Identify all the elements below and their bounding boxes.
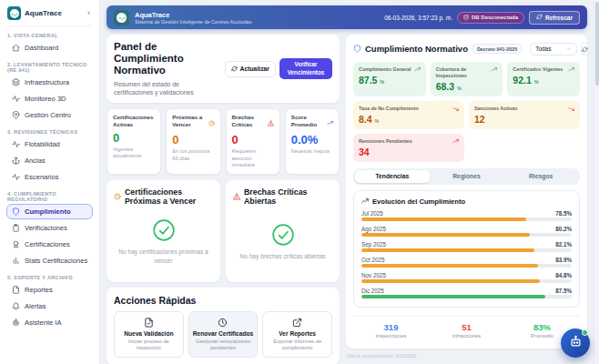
sidebar: AquaTrace ‹ 1. VISTA GENERALDashboard2. …	[0, 0, 100, 364]
chart-bar-track	[361, 217, 572, 221]
renew-certificates-button[interactable]: Renovar Certificados Gestionar renovacio…	[188, 311, 259, 359]
chart-bar-fill	[361, 295, 545, 298]
nav-section-label: 3. REVISIONES TÉCNICAS	[7, 129, 92, 135]
chart-value-label: 84.8%	[555, 272, 572, 278]
panel-header-card: Panel de Cumplimiento Normativo Resumen …	[107, 35, 340, 103]
chart-bar-fill	[361, 248, 534, 252]
metric-tasa-no-cumplimiento: Tasa de No Cumplimiento 8.4 %	[353, 101, 464, 129]
warning-metrics-row: Tasa de No Cumplimiento 8.4 % Sanciones …	[353, 101, 580, 129]
tab-riesgos[interactable]: Riesgos	[503, 170, 578, 183]
empty-states-row: Certificaciones Próximas a Vencer No hay…	[107, 180, 340, 282]
sidebar-item-alertas[interactable]: Alertas	[6, 298, 93, 314]
chart-value-label: 87.5%	[555, 288, 572, 294]
stat-value: 0.0%	[291, 133, 333, 147]
refresh-button[interactable]: Refrescar	[529, 11, 580, 25]
sidebar-item-label: Escenarios	[25, 173, 59, 181]
chart-bar-fill	[361, 279, 540, 283]
trending-up-icon	[452, 138, 459, 145]
bad-metrics-row: Revisiones Pendientes 34	[353, 134, 580, 162]
sidebar-collapse-button[interactable]: ‹	[86, 9, 92, 17]
compliance-evolution-chart: Evolución del Cumplimiento Jul 202578.5%…	[353, 190, 580, 308]
sidebar-item-infraestructura[interactable]: Infraestructura	[6, 75, 93, 90]
sidebar-item-monitoreo-3d[interactable]: Monitoreo 3D	[6, 91, 93, 106]
sidebar-item-dashboard[interactable]: Dashboard	[6, 40, 93, 56]
chart-category-label: Oct 2025	[361, 257, 385, 263]
last-update-label: Última actualización: 6/3/2026	[346, 353, 587, 359]
robot-icon	[569, 335, 583, 352]
view-reports-button[interactable]: Ver Reportes Exportar informes de cumpli…	[262, 311, 332, 359]
sidebar-item-label: Flotabilidad	[25, 140, 60, 148]
sidebar-item-certificaciones[interactable]: Certificaciones	[6, 237, 93, 252]
summary-row: 319 Inspecciones 51 Infracciones 83% Pro…	[353, 322, 580, 341]
bot-icon	[12, 318, 20, 327]
sidebar-item-stats-certificaciones[interactable]: Stats Certificaciones	[6, 253, 93, 268]
chart-row: Nov 202584.8%	[361, 272, 572, 284]
alert-triangle-icon	[233, 187, 240, 204]
content-area: Panel de Cumplimiento Normativo Resumen …	[107, 35, 587, 359]
external-link-icon	[267, 318, 328, 328]
compliance-panel: Cumplimiento Normativo Decreto 941-2025 …	[346, 35, 587, 349]
shield-icon	[353, 45, 361, 53]
check-circle-icon	[152, 218, 176, 242]
summary-infracciones: 51 Infracciones	[429, 322, 504, 339]
sidebar-item-verificaciones[interactable]: Verificaciones	[6, 220, 93, 236]
sidebar-item-label: Monitoreo 3D	[25, 95, 66, 103]
trending-up-icon	[568, 66, 574, 73]
online-status-dot	[582, 329, 588, 336]
trending-up-icon	[414, 66, 421, 73]
app-subtitle: Sistema de Gestión Inteligente de Centro…	[135, 19, 251, 25]
sidebar-brand-name: AquaTrace	[25, 9, 82, 17]
stat-value: 0	[172, 133, 214, 147]
sidebar-item-anclas[interactable]: Anclas	[6, 153, 93, 168]
quick-actions-card: Acciones Rápidas Nueva Validación Inicia…	[107, 288, 340, 364]
nav-section-label: 5. SOPORTE Y ARCHIVO	[7, 275, 92, 280]
chart-rows: Jul 202578.5%Ago 202580.2%Sep 202582.1%O…	[361, 210, 572, 299]
sidebar-item-cumplimiento[interactable]: Cumplimiento	[6, 204, 93, 219]
sidebar-item-reportes[interactable]: Reportes	[6, 282, 93, 298]
chart-category-label: Jul 2025	[361, 210, 383, 217]
sidebar-item-escenarios[interactable]: Escenarios	[6, 169, 93, 185]
clock-icon	[193, 318, 254, 328]
trending-down-icon	[568, 106, 574, 112]
tab-tendencias[interactable]: Tendencias	[355, 170, 430, 183]
chart-value-label: 78.5%	[555, 210, 572, 217]
sidebar-item-asistente-ia[interactable]: Asistente IA	[6, 315, 93, 330]
decree-badge: Decreto 941-2025	[472, 44, 523, 54]
sidebar-item-label: Dashboard	[25, 44, 58, 52]
sidebar-item-label: Reportes	[25, 286, 53, 294]
trending-up-icon	[327, 114, 333, 130]
scrollbar-thumb[interactable]	[595, 2, 599, 86]
chart-bar-fill	[361, 233, 530, 237]
stat-card-proximas-a-vencer: Próximas a Vencer 0 En los próximos 60 d…	[166, 108, 220, 175]
file-check-icon	[118, 318, 179, 328]
region-filter-select[interactable]: Todas	[530, 43, 577, 56]
activity-icon	[12, 173, 20, 181]
scrollbar[interactable]	[594, 0, 599, 364]
sidebar-item-label: Cumplimiento	[25, 207, 71, 216]
shield-icon	[12, 207, 20, 216]
page-title: Panel de Cumplimiento Normativo	[114, 41, 219, 77]
chart-value-label: 80.2%	[555, 226, 572, 232]
stat-card-brechas-criticas: Brechas Críticas 0 Requieren atención in…	[226, 108, 280, 175]
update-button[interactable]: Actualizar	[225, 61, 276, 77]
sidebar-item-gestion-centro[interactable]: Gestión Centro	[6, 107, 93, 123]
chart-bar-track	[361, 295, 572, 298]
sidebar-item-label: Stats Certificaciones	[25, 257, 87, 265]
ai-assistant-button[interactable]	[561, 329, 590, 358]
sidebar-item-flotabilidad[interactable]: Flotabilidad	[6, 136, 93, 152]
new-validation-button[interactable]: Nueva Validación Iniciar proceso de insp…	[114, 311, 184, 359]
sidebar-item-label: Infraestructura	[25, 78, 69, 86]
left-column: Panel de Cumplimiento Normativo Resumen …	[107, 35, 340, 359]
good-metrics-row: Cumplimiento General 87.5 % Cobertura de…	[353, 62, 580, 96]
wave-icon	[118, 9, 126, 25]
expiring-certifications-card: Certificaciones Próximas a Vencer No hay…	[107, 180, 220, 282]
aquatrace-logo-icon	[7, 6, 21, 20]
stat-card-certificaciones-activas: Certificaciones Activas 0 Vigentes actua…	[107, 108, 161, 175]
compliance-refresh-button[interactable]	[581, 42, 589, 56]
tab-regiones[interactable]: Regiones	[430, 170, 504, 183]
sidebar-brand: AquaTrace ‹	[6, 5, 93, 26]
datetime-label: 06-03-2026, 3:57:23 p. m.	[384, 15, 452, 21]
activity-icon	[12, 95, 20, 103]
verify-due-dates-button[interactable]: Verificar Vencimientos	[279, 58, 332, 78]
nav-section-label: 1. VISTA GENERAL	[7, 33, 92, 38]
